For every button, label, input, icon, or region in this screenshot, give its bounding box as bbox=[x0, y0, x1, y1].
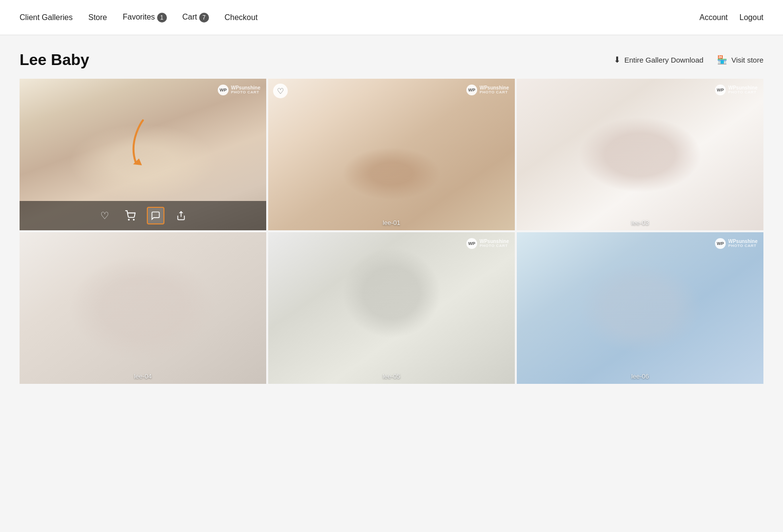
share-icon-4[interactable] bbox=[172, 360, 190, 378]
gallery-item-2[interactable]: ♡ WP WPsunshine PHOTO CART lee-01 ♡ bbox=[268, 79, 515, 230]
cart-icon-3[interactable] bbox=[619, 207, 636, 224]
navigation: Client Galleries Store Favorites1 Cart7 … bbox=[0, 0, 783, 35]
cart-icon-4[interactable] bbox=[121, 360, 139, 378]
photo-1-overlay: ♡ bbox=[20, 201, 266, 230]
gallery-item-6[interactable]: WP WPsunshine PHOTO CART lee-06 ♡ bbox=[517, 232, 763, 384]
svg-point-2 bbox=[133, 219, 134, 220]
nav-logout[interactable]: Logout bbox=[739, 13, 763, 22]
visit-store-button[interactable]: 🏪 Visit store bbox=[717, 55, 763, 65]
watermark-logo-3: WP bbox=[715, 85, 726, 95]
header-actions: ⬇ Entire Gallery Download 🏪 Visit store bbox=[614, 55, 763, 65]
svg-point-17 bbox=[630, 373, 631, 374]
page-title: Lee Baby bbox=[20, 51, 89, 69]
store-icon: 🏪 bbox=[717, 55, 727, 65]
cart-icon-5[interactable] bbox=[370, 360, 388, 378]
heart-icon-5[interactable]: ♡ bbox=[345, 360, 362, 378]
svg-point-11 bbox=[133, 373, 134, 374]
svg-point-7 bbox=[625, 219, 626, 220]
comment-icon-2[interactable] bbox=[395, 207, 413, 224]
gallery-item-3[interactable]: WP WPsunshine PHOTO CART lee-03 ♡ bbox=[517, 79, 763, 230]
comment-icon-3[interactable] bbox=[644, 207, 662, 224]
page-header: Lee Baby ⬇ Entire Gallery Download 🏪 Vis… bbox=[0, 35, 783, 79]
download-gallery-button[interactable]: ⬇ Entire Gallery Download bbox=[614, 55, 704, 65]
watermark-logo-2: WP bbox=[466, 85, 477, 95]
nav-favorites[interactable]: Favorites1 bbox=[123, 13, 167, 22]
nav-right: Account Logout bbox=[699, 13, 763, 22]
comment-icon-5[interactable] bbox=[395, 360, 413, 378]
heart-favorite-2[interactable]: ♡ bbox=[273, 84, 288, 98]
nav-cart[interactable]: Cart7 bbox=[183, 13, 209, 22]
nav-left: Client Galleries Store Favorites1 Cart7 … bbox=[20, 13, 257, 22]
nav-client-galleries[interactable]: Client Galleries bbox=[20, 13, 72, 22]
gallery-item-4[interactable]: lee-04 ♡ bbox=[20, 232, 266, 384]
watermark-3: WP WPsunshine PHOTO CART bbox=[715, 85, 758, 95]
watermark-5: WP WPsunshine PHOTO CART bbox=[466, 238, 509, 249]
svg-point-14 bbox=[382, 373, 383, 374]
heart-icon-4[interactable]: ♡ bbox=[96, 360, 114, 378]
gallery-container: WP WPsunshine PHOTO CART ♡ bbox=[0, 79, 783, 403]
watermark-logo-5: WP bbox=[466, 238, 477, 249]
gallery-grid: WP WPsunshine PHOTO CART ♡ bbox=[20, 79, 763, 384]
watermark-logo-1: WP bbox=[218, 85, 229, 95]
share-icon-1[interactable] bbox=[172, 207, 190, 224]
svg-point-16 bbox=[625, 373, 626, 374]
share-icon-5[interactable] bbox=[421, 360, 438, 378]
cart-badge: 7 bbox=[199, 13, 209, 22]
svg-point-8 bbox=[630, 219, 631, 220]
share-icon-2[interactable] bbox=[421, 207, 438, 224]
watermark-1: WP WPsunshine PHOTO CART bbox=[218, 85, 260, 95]
comment-icon-6[interactable] bbox=[644, 360, 662, 378]
download-icon: ⬇ bbox=[614, 55, 621, 65]
share-icon-3[interactable] bbox=[669, 207, 687, 224]
cart-icon-1[interactable] bbox=[121, 207, 139, 224]
watermark-6: WP WPsunshine PHOTO CART bbox=[715, 238, 758, 249]
gallery-item-1[interactable]: WP WPsunshine PHOTO CART ♡ bbox=[20, 79, 266, 230]
nav-store[interactable]: Store bbox=[88, 13, 107, 22]
cart-icon-2[interactable] bbox=[370, 207, 388, 224]
comment-icon-1[interactable] bbox=[147, 207, 164, 224]
share-icon-6[interactable] bbox=[669, 360, 687, 378]
nav-checkout[interactable]: Checkout bbox=[225, 13, 258, 22]
svg-point-5 bbox=[382, 219, 383, 220]
heart-icon-1[interactable]: ♡ bbox=[96, 207, 114, 224]
svg-point-13 bbox=[377, 373, 378, 374]
nav-account[interactable]: Account bbox=[699, 13, 728, 22]
svg-point-10 bbox=[128, 373, 129, 374]
comment-icon-4[interactable] bbox=[147, 360, 164, 378]
heart-icon-3[interactable]: ♡ bbox=[593, 207, 611, 224]
svg-point-1 bbox=[128, 219, 129, 220]
gallery-item-5[interactable]: WP WPsunshine PHOTO CART lee-05 ♡ bbox=[268, 232, 515, 384]
heart-icon-6[interactable]: ♡ bbox=[593, 360, 611, 378]
watermark-2: WP WPsunshine PHOTO CART bbox=[466, 85, 509, 95]
heart-icon-2[interactable]: ♡ bbox=[345, 207, 362, 224]
watermark-logo-6: WP bbox=[715, 238, 726, 249]
cart-icon-6[interactable] bbox=[619, 360, 636, 378]
svg-point-4 bbox=[377, 219, 378, 220]
favorites-badge: 1 bbox=[157, 13, 167, 22]
